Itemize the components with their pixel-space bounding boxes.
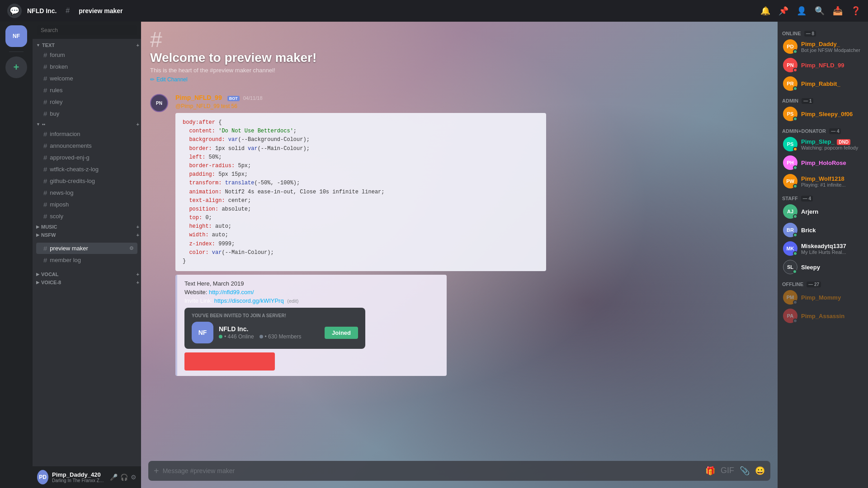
channel-buy[interactable]: #buy [36,108,137,119]
status-indicator [793,251,797,256]
member-pimp-mommy[interactable]: PM Pimp_Mommy [779,288,866,306]
upload-icon[interactable]: 📎 [740,466,750,476]
cat-add-vocal[interactable]: + [137,272,139,277]
invite-link[interactable]: https://discord.gg/kWIYPrq [214,297,284,304]
member-avatar: PS [783,137,797,151]
attach-icon[interactable]: + [154,466,159,476]
cat-music[interactable]: ▶ music + [33,222,141,230]
search-input[interactable] [37,25,137,35]
channel-forum[interactable]: #forum [36,49,137,61]
cat-nsfw-label: nsfw [41,232,56,238]
cat-add-music[interactable]: + [137,224,139,230]
edit-channel-btn[interactable]: ✏ Edit Channel [150,76,188,83]
cat-arrow: ▼ [36,43,40,47]
message-reply[interactable]: @Pimp_NFLD_99 test 56 [175,103,769,109]
invite-server-name: NFLD Inc. [219,325,319,333]
channel-announcements[interactable]: #announcements [36,140,137,151]
invite-edit-btn[interactable]: (edit) [287,298,298,304]
cat-arrow: ▶ [36,280,39,285]
channel-news[interactable]: #news-log [36,187,137,198]
chat-area: # Welcome to preview maker! This is the … [141,22,778,488]
website-link[interactable]: http://nfld99.com/ [209,289,254,296]
channel-account[interactable]: #informacion [36,128,137,140]
member-miskeadytq[interactable]: MK Miskeadytq1337 My Life Hurts Real... [779,239,866,258]
red-button-area[interactable] [184,352,275,371]
member-brick[interactable]: BR Brick [779,221,866,239]
member-status: Bot joe NFSW Modpatcher [801,47,863,53]
member-sleepy[interactable]: SL Sleepy [779,258,866,276]
cat-music-label: music [41,224,57,230]
section-header-adminplus: ADMIN+DONATOR — 4 [778,127,868,135]
member-pimp-daddy[interactable]: PD Pimp_Daddy_ Bot joe NFSW Modpatcher [779,38,866,56]
members-icon[interactable]: 👤 [797,6,807,16]
member-pimp-assassin[interactable]: PA Pimp_Assassin [779,307,866,325]
mute-icon[interactable]: 🎤 [110,474,118,481]
settings-icon[interactable]: ⚙ [131,474,137,481]
cat-account[interactable]: ▼ •• + [33,120,141,128]
channel-member-log[interactable]: #member log [36,254,137,266]
chat-messages: PN Pimp_NFLD_99 BOT 04/11/18 @Pimp_NFLD_… [141,87,778,461]
gif-icon[interactable]: GIF [721,466,734,476]
cat-vocal[interactable]: ▶ vocal + [33,270,141,278]
pin-icon[interactable]: 📌 [778,6,788,16]
member-name: Pimp_HoloRose [801,160,863,166]
user-status: Darling In The Franxx Zero Two X Him [52,478,106,483]
member-pimp-slep[interactable]: PS Pimp_Slep_ DND Watching: popcorn fell… [779,135,866,153]
member-avatar: PM [783,290,797,305]
channel-wtflck[interactable]: #wtflck-cheats-z-log [36,164,137,175]
message-group: PN Pimp_NFLD_99 BOT 04/11/18 @Pimp_NFLD_… [150,94,769,380]
hash-icon: # [43,75,47,82]
join-button[interactable]: Joined [325,327,358,339]
channel-scoly[interactable]: #scoly [36,211,137,222]
member-pimp-nfld99[interactable]: PN Pimp_NFLD_99 [779,56,866,74]
embed-text: Text Here, March 2019 [184,280,439,287]
cat-add-account[interactable]: + [137,122,139,127]
bot-tag: BOT [227,96,240,101]
gift-icon[interactable]: 🎁 [705,466,715,476]
user-info: Pimp_Daddy_420 Darling In The Franxx Zer… [52,471,106,483]
channel-preview-maker[interactable]: #preview maker ⚙ [36,243,137,254]
channel-miposh[interactable]: #miposh [36,199,137,210]
inbox-icon[interactable]: 📥 [833,6,843,16]
channel-settings-icon[interactable]: ⚙ [129,245,134,251]
channel-approved[interactable]: #approved-enj-g [36,152,137,163]
sidebar-search[interactable] [33,22,141,39]
member-pimp-holorose[interactable]: PH Pimp_HoloRose [779,154,866,172]
cat-text[interactable]: ▼ TEXT + [33,41,141,49]
hash-icon: # [43,165,47,173]
member-avatar: PW [783,174,797,188]
server-icon-nfld[interactable]: NF [5,25,27,47]
channel-rules[interactable]: #rules [36,84,137,96]
channel-name-topbar: preview maker [79,7,123,14]
status-indicator [793,184,797,188]
help-icon[interactable]: ❓ [851,6,861,16]
cat-voice8[interactable]: ▶ voice-8 + [33,278,141,286]
cat-add-voice8[interactable]: + [137,280,139,285]
hash-icon: # [43,212,47,220]
channel-hash-icon: # [150,29,769,51]
bell-icon[interactable]: 🔔 [760,6,770,16]
member-pimp-rabbit[interactable]: PR Pimp_Rabbit_ [779,75,866,93]
member-avatar: MK [783,241,797,256]
embed-website: Website: http://nfld99.com/ [184,289,439,296]
member-avatar: PD [783,39,797,54]
emoji-icon[interactable]: 😀 [755,466,765,476]
channel-welcome[interactable]: #welcome [36,73,137,84]
member-arjern[interactable]: AJ Arjern [779,202,866,221]
chat-input[interactable] [163,467,702,474]
channel-roley[interactable]: #roley [36,96,137,108]
cat-nsfw[interactable]: ▶ nsfw + [33,230,141,239]
member-pimp-sleepy0f06[interactable]: PS Pimp_Sleepy_0f06 [779,105,866,123]
channel-broken[interactable]: #broken [36,61,137,72]
member-pimp-wolf1218[interactable]: PW Pimp_Wolf1218 Playing: #1 infinite... [779,172,866,190]
cat-add-nsfw[interactable]: + [137,232,139,238]
channel-github[interactable]: #github-credits-log [36,175,137,187]
member-info: Brick [801,227,863,234]
search-icon[interactable]: 🔍 [815,6,825,16]
hash-icon: # [43,189,47,197]
server-icon-add[interactable]: + [5,56,27,78]
invite-server-info: NFLD Inc. • 446 Online • 630 [219,325,319,340]
cat-account-label: •• [42,122,45,127]
cat-add-text[interactable]: + [137,42,139,48]
deafen-icon[interactable]: 🎧 [120,474,128,481]
